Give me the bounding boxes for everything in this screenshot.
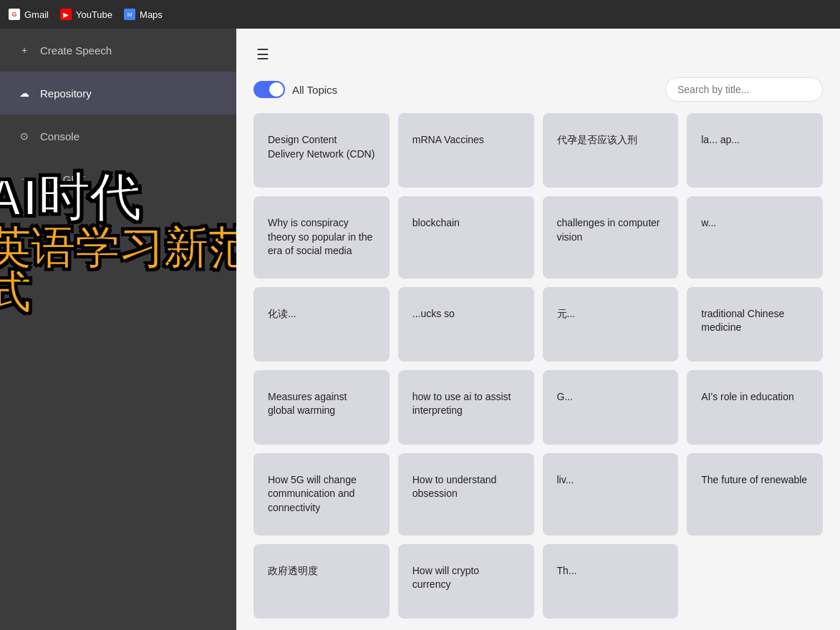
all-topics-toggle[interactable] <box>254 81 285 98</box>
card-text: How to understand obsession <box>412 473 520 501</box>
toggle-container: All Topics <box>254 81 337 98</box>
sidebar-item-create-speech-label: Create Speech <box>40 44 112 57</box>
all-topics-label: All Topics <box>292 84 337 96</box>
sidebar-item-repository[interactable]: ☁ Repository <box>0 72 236 115</box>
card-text: challenges in computer vision <box>557 216 665 244</box>
maps-label: Maps <box>140 9 163 20</box>
card-text: 元... <box>557 307 576 321</box>
card-item-c1[interactable]: Design Content Delivery Network (CDN) <box>254 113 390 188</box>
hamburger-button[interactable]: ☰ <box>254 43 272 66</box>
youtube-label: YouTube <box>76 9 112 20</box>
gmail-tab[interactable]: G Gmail <box>9 9 49 20</box>
card-text: How will crypto currency <box>412 564 520 592</box>
app-container: + Create Speech ☁ Repository ⊙ Console →… <box>0 29 840 630</box>
cards-grid: Design Content Delivery Network (CDN)mRN… <box>236 113 840 630</box>
card-item-c12[interactable]: traditional Chinese medicine <box>687 287 823 362</box>
card-text: Why is conspiracy theory so popular in t… <box>268 216 375 258</box>
sidebar-item-console-label: Console <box>40 130 79 142</box>
card-item-c11[interactable]: 元... <box>543 287 679 362</box>
sidebar-item-gpt[interactable]: → Gl... GPT <box>0 158 236 200</box>
cloud-icon: ☁ <box>17 86 32 100</box>
card-item-c4[interactable]: la... ap... <box>687 113 823 188</box>
maps-tab[interactable]: M Maps <box>124 9 163 20</box>
card-item-c7[interactable]: challenges in computer vision <box>543 196 679 278</box>
card-item-c10[interactable]: ...ucks so <box>398 287 534 362</box>
arrow-icon: → <box>17 172 32 186</box>
card-item-c8[interactable]: w... <box>687 196 823 278</box>
card-text: The future of renewable <box>701 473 807 488</box>
card-text: 代孕是否应该入刑 <box>557 133 637 147</box>
card-text: traditional Chinese medicine <box>701 307 808 335</box>
search-input[interactable] <box>665 77 823 102</box>
gmail-label: Gmail <box>24 9 49 20</box>
browser-bar: G Gmail ▶ YouTube M Maps <box>0 0 840 29</box>
sidebar-item-repository-label: Repository <box>40 87 92 100</box>
gmail-icon: G <box>9 9 20 20</box>
card-item-c15[interactable]: G... <box>543 370 679 445</box>
card-text: Th... <box>557 564 577 578</box>
card-text: blockchain <box>412 216 460 231</box>
filter-bar: All Topics <box>236 77 840 113</box>
top-bar: ☰ <box>236 29 840 77</box>
card-item-c21[interactable]: 政府透明度 <box>254 544 390 619</box>
card-item-c2[interactable]: mRNA Vaccines <box>398 113 534 188</box>
plus-icon: + <box>17 43 32 57</box>
card-text: 政府透明度 <box>268 564 318 578</box>
card-item-c19[interactable]: liv... <box>543 453 679 536</box>
toggle-knob <box>269 82 284 97</box>
console-icon: ⊙ <box>17 129 32 143</box>
card-text: Design Content Delivery Network (CDN) <box>268 133 375 161</box>
card-item-c17[interactable]: How 5G will change communication and con… <box>254 453 390 536</box>
promo-line2: 英语学习新范式 <box>0 226 236 315</box>
card-item-c14[interactable]: how to use ai to assist interpreting <box>398 370 534 445</box>
card-item-c9[interactable]: 化读... <box>254 287 390 362</box>
card-text: how to use ai to assist interpreting <box>412 390 520 418</box>
card-item-c20[interactable]: The future of renewable <box>687 453 823 536</box>
sidebar-item-create-speech[interactable]: + Create Speech <box>0 29 236 72</box>
youtube-tab[interactable]: ▶ YouTube <box>60 9 112 20</box>
main-content: ☰ All Topics Design Content Delivery Net… <box>236 29 840 630</box>
card-text: mRNA Vaccines <box>412 133 484 147</box>
card-text: 化读... <box>268 307 296 321</box>
card-item-c23[interactable]: Th... <box>543 544 679 619</box>
youtube-icon: ▶ <box>60 9 72 20</box>
card-text: Measures against global warming <box>268 390 375 418</box>
maps-icon: M <box>124 9 135 20</box>
card-item-c6[interactable]: blockchain <box>398 196 534 278</box>
card-item-c3[interactable]: 代孕是否应该入刑 <box>543 113 679 188</box>
card-item-c5[interactable]: Why is conspiracy theory so popular in t… <box>254 196 390 278</box>
card-text: G... <box>557 390 574 404</box>
card-text: AI's role in education <box>701 390 794 404</box>
card-text: liv... <box>557 473 574 488</box>
card-text: la... ap... <box>701 133 740 147</box>
sidebar: + Create Speech ☁ Repository ⊙ Console →… <box>0 29 236 630</box>
sidebar-item-console[interactable]: ⊙ Console <box>0 115 236 158</box>
sidebar-item-gpt-label: Gl... GPT <box>40 173 85 185</box>
card-item-c13[interactable]: Measures against global warming <box>254 370 390 445</box>
card-item-c22[interactable]: How will crypto currency <box>398 544 534 619</box>
card-text: ...ucks so <box>412 307 455 321</box>
card-text: How 5G will change communication and con… <box>268 473 375 515</box>
card-item-c18[interactable]: How to understand obsession <box>398 453 534 536</box>
card-text: w... <box>701 216 716 231</box>
card-item-c16[interactable]: AI's role in education <box>687 370 823 445</box>
